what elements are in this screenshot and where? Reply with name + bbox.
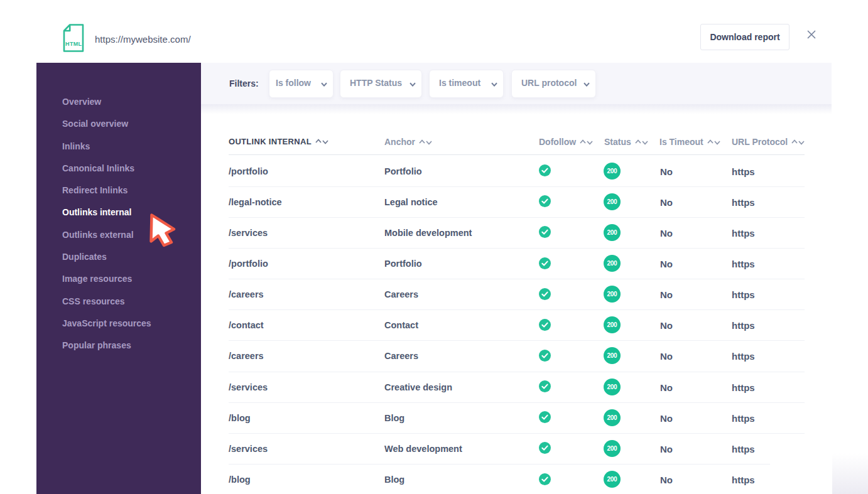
svg-text:HTML: HTML [65,41,82,47]
